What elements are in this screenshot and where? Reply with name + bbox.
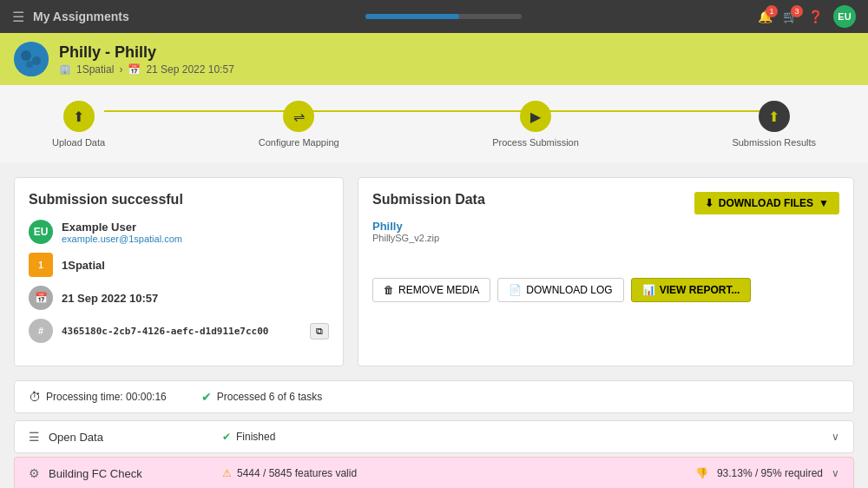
project-title: Philly - Philly bbox=[59, 43, 234, 62]
remove-media-button[interactable]: 🗑 REMOVE MEDIA bbox=[372, 278, 490, 302]
step-upload-circle: ⬆ bbox=[63, 101, 95, 132]
copy-hash-button[interactable]: ⧉ bbox=[310, 323, 329, 340]
user-avatar[interactable]: EU bbox=[833, 5, 856, 28]
submission-data-header: Submission Data Philly PhillySG_v2.zip ⬇… bbox=[372, 192, 839, 243]
task-detail: 93.13% / 95% required bbox=[717, 467, 823, 479]
step-results-label: Submission Results bbox=[732, 137, 816, 148]
download-log-button[interactable]: 📄 DOWNLOAD LOG bbox=[497, 278, 623, 302]
date-info-row: 📅 21 Sep 2022 10:57 bbox=[29, 286, 329, 310]
step-upload-label: Upload Data bbox=[52, 137, 105, 148]
task-status-text: Finished bbox=[236, 431, 275, 443]
step-process-circle: ▶ bbox=[520, 101, 551, 132]
submission-date-value: 21 Sep 2022 10:57 bbox=[62, 292, 158, 305]
task-status: ⚠ 5444 / 5845 features valid bbox=[222, 467, 695, 479]
tasks-processed: ✔ Processed 6 of 6 tasks bbox=[201, 390, 322, 404]
stepper-line bbox=[104, 110, 764, 112]
org-name-label: 1Spatial bbox=[62, 259, 105, 272]
org-icon: 🏢 bbox=[59, 63, 71, 75]
task-name: Open Data bbox=[49, 431, 222, 444]
menu-icon[interactable]: ☰ bbox=[12, 9, 24, 25]
org-info-row: 1 1Spatial bbox=[29, 253, 329, 277]
submission-data-title: Submission Data bbox=[372, 192, 485, 208]
task-status-text: 5444 / 5845 features valid bbox=[237, 467, 357, 479]
step-results-circle: ⬆ bbox=[759, 101, 790, 132]
status-ok-icon: ✔ bbox=[222, 431, 231, 443]
cards-row: Submission successful EU Example User ex… bbox=[14, 177, 854, 366]
org-badge-icon: 1 bbox=[29, 253, 53, 277]
task-name: Building FC Check bbox=[49, 467, 222, 480]
tasks-ok-icon: ✔ bbox=[201, 390, 212, 404]
hash-value: 4365180c-2cb7-4126-aefc-d1d911e7cc00 bbox=[62, 326, 301, 337]
task-type-icon: ⚙ bbox=[29, 466, 40, 480]
calendar-icon: 📅 bbox=[128, 63, 141, 76]
step-configure-circle: ⇌ bbox=[283, 101, 314, 132]
top-navigation: ☰ My Assignments 🔔 1 🛒 3 ❓ EU bbox=[0, 0, 868, 33]
org-name: 1Spatial bbox=[76, 63, 114, 76]
submission-info-card: Submission successful EU Example User ex… bbox=[14, 177, 344, 366]
dropdown-arrow-icon: ▼ bbox=[819, 197, 829, 209]
task-type-icon: ☰ bbox=[29, 430, 40, 444]
time-icon: ⏱ bbox=[29, 390, 41, 404]
task-row[interactable]: ⚙ Building FC Check ⚠ 5444 / 5845 featur… bbox=[14, 457, 854, 488]
main-content: Submission successful EU Example User ex… bbox=[0, 163, 868, 488]
step-upload: ⬆ Upload Data bbox=[52, 101, 105, 148]
step-results: ⬆ Submission Results bbox=[732, 101, 816, 148]
page-header: Philly - Philly 🏢 1Spatial › 📅 21 Sep 20… bbox=[0, 33, 868, 85]
detail-icon: 👎 bbox=[695, 467, 708, 479]
user-initials-icon: EU bbox=[29, 220, 53, 244]
cart-badge: 3 bbox=[791, 5, 803, 17]
chevron-down-icon[interactable]: ∨ bbox=[832, 431, 839, 443]
task-list: ☰ Open Data ✔ Finished ∨ ⚙ Building FC C… bbox=[14, 420, 854, 488]
step-configure-label: Configure Mapping bbox=[259, 137, 339, 148]
submission-date: 21 Sep 2022 10:57 bbox=[146, 63, 233, 76]
svg-point-2 bbox=[32, 56, 41, 65]
download-files-button[interactable]: ⬇ DOWNLOAD FILES ▼ bbox=[694, 192, 839, 214]
status-warn-icon: ⚠ bbox=[222, 467, 232, 479]
app-title: My Assignments bbox=[33, 10, 129, 23]
hash-icon: # bbox=[29, 319, 53, 343]
task-right: 👎 93.13% / 95% required ∨ bbox=[695, 467, 839, 479]
action-buttons: 🗑 REMOVE MEDIA 📄 DOWNLOAD LOG 📊 VIEW REP… bbox=[372, 278, 839, 302]
user-info-row: EU Example User example.user@1spatial.co… bbox=[29, 220, 329, 244]
notification-badge: 1 bbox=[766, 5, 778, 17]
step-configure: ⇌ Configure Mapping bbox=[259, 101, 339, 148]
step-process: ▶ Process Submission bbox=[492, 101, 579, 148]
remove-icon: 🗑 bbox=[384, 284, 394, 296]
task-row[interactable]: ☰ Open Data ✔ Finished ∨ bbox=[14, 420, 854, 453]
chevron-down-icon[interactable]: ∨ bbox=[832, 467, 839, 479]
hash-info-row: # 4365180c-2cb7-4126-aefc-d1d911e7cc00 ⧉ bbox=[29, 319, 329, 343]
date-icon: 📅 bbox=[29, 286, 53, 310]
user-name: Example User bbox=[62, 221, 182, 234]
svg-point-3 bbox=[26, 61, 33, 68]
task-status: ✔ Finished bbox=[222, 431, 832, 443]
user-email: example.user@1spatial.com bbox=[62, 234, 182, 244]
cart-icon[interactable]: 🛒 3 bbox=[783, 10, 798, 23]
notification-icon[interactable]: 🔔 1 bbox=[758, 10, 773, 23]
submission-success-title: Submission successful bbox=[29, 192, 329, 208]
log-icon: 📄 bbox=[509, 284, 522, 296]
help-icon[interactable]: ❓ bbox=[808, 10, 823, 23]
file-name: Philly bbox=[372, 220, 485, 233]
processing-row: ⏱ Processing time: 00:00:16 ✔ Processed … bbox=[14, 380, 854, 413]
step-process-label: Process Submission bbox=[492, 137, 579, 148]
arrow-separator: › bbox=[119, 63, 122, 76]
svg-point-0 bbox=[14, 42, 49, 76]
processing-time: ⏱ Processing time: 00:00:16 bbox=[29, 390, 167, 404]
view-report-button[interactable]: 📊 VIEW REPORT... bbox=[631, 278, 752, 302]
stepper: ⬆ Upload Data ⇌ Configure Mapping ▶ Proc… bbox=[0, 85, 868, 163]
svg-point-1 bbox=[21, 50, 31, 61]
download-icon: ⬇ bbox=[705, 197, 713, 209]
file-zip: PhillySG_v2.zip bbox=[372, 233, 485, 243]
report-icon: 📊 bbox=[642, 284, 655, 296]
submission-data-card: Submission Data Philly PhillySG_v2.zip ⬇… bbox=[358, 177, 854, 366]
project-avatar bbox=[14, 42, 49, 76]
task-right: ∨ bbox=[832, 431, 839, 443]
